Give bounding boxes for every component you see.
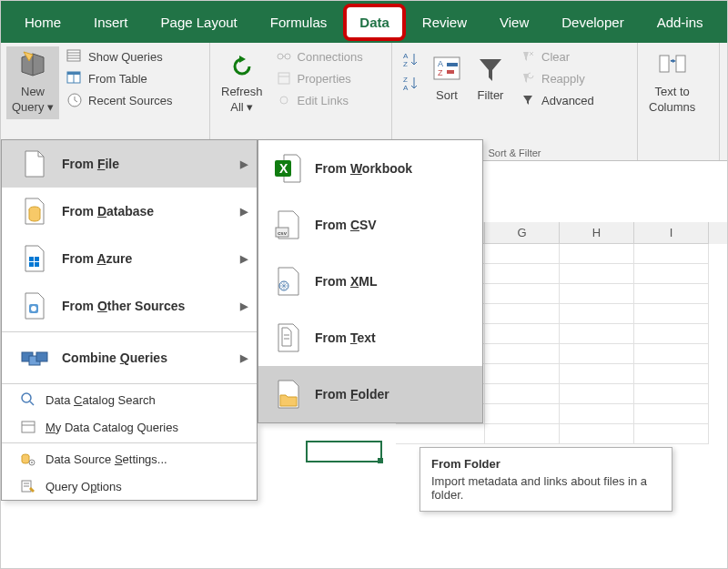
- filter-icon: [474, 54, 507, 86]
- menu-label: From Folder: [315, 387, 389, 401]
- connections-button[interactable]: Connections: [272, 46, 367, 66]
- submenu-from-csv[interactable]: csv From CSV: [258, 197, 482, 253]
- recent-sources-label: Recent Sources: [88, 94, 173, 107]
- tooltip-body: Import metadata and links about files in…: [431, 474, 661, 502]
- combine-queries-icon: [20, 343, 49, 372]
- tab-data[interactable]: Data: [343, 4, 406, 41]
- menu-data-catalog-search[interactable]: Data Catalog Search: [2, 386, 257, 413]
- dropdown-caret-icon: ▾: [47, 100, 54, 114]
- filter-button[interactable]: Filter: [469, 46, 512, 110]
- svg-text:A: A: [403, 52, 409, 60]
- folder-icon: [273, 379, 302, 410]
- edit-links-label: Edit Links: [298, 94, 349, 107]
- svg-rect-20: [447, 63, 458, 66]
- menu-label: Combine Queries: [62, 351, 167, 365]
- menu-label: From File: [62, 157, 119, 171]
- chevron-right-icon: ▶: [240, 300, 248, 312]
- menu-my-data-catalog-queries[interactable]: My Data Catalog Queries: [2, 413, 257, 441]
- menu-from-azure[interactable]: From Azure ▶: [2, 235, 257, 282]
- menu-label: From CSV: [315, 218, 377, 232]
- from-table-label: From Table: [88, 72, 147, 86]
- ribbon-tabs-bar: Home Insert Page Layout Formulas Data Re…: [1, 1, 727, 43]
- svg-rect-28: [35, 257, 39, 261]
- reapply-button: Reapply: [516, 68, 598, 88]
- menu-from-other-sources[interactable]: From Other Sources ▶: [2, 282, 257, 330]
- text-file-icon: [273, 322, 302, 353]
- tab-addins[interactable]: Add-ins: [641, 4, 720, 41]
- show-queries-label: Show Queries: [88, 50, 163, 64]
- submenu-from-text[interactable]: From Text: [258, 310, 482, 366]
- file-icon: [20, 149, 49, 178]
- sort-button[interactable]: AZ Sort: [425, 46, 469, 110]
- text-to-columns-icon: [656, 50, 689, 83]
- svg-rect-29: [29, 262, 34, 267]
- tab-view[interactable]: View: [483, 4, 545, 41]
- tooltip: From Folder Import metadata and links ab…: [420, 447, 672, 512]
- tab-home[interactable]: Home: [8, 4, 77, 41]
- svg-rect-30: [35, 262, 39, 267]
- menu-data-source-settings[interactable]: Data Source Settings...: [2, 445, 257, 472]
- submenu-from-folder[interactable]: From Folder: [258, 366, 482, 422]
- advanced-label: Advanced: [541, 94, 594, 107]
- selected-cell[interactable]: [307, 442, 381, 462]
- properties-label: Properties: [298, 72, 351, 86]
- catalog-queries-icon: [20, 419, 36, 435]
- new-query-menu: From File ▶ From Database ▶ From Azure ▶…: [1, 139, 258, 501]
- from-table-button[interactable]: From Table: [63, 68, 177, 88]
- text-to-columns-button[interactable]: Text to Columns: [643, 46, 701, 119]
- menu-label: From Database: [62, 204, 154, 218]
- advanced-icon: [520, 92, 536, 108]
- tab-page-layout[interactable]: Page Layout: [145, 4, 254, 41]
- column-header[interactable]: H: [560, 222, 634, 244]
- advanced-button[interactable]: Advanced: [516, 90, 598, 110]
- refresh-all-label: Refresh All ▾: [221, 85, 263, 116]
- svg-rect-27: [29, 257, 34, 261]
- sort-label: Sort: [436, 88, 458, 104]
- menu-label: From Azure: [62, 251, 132, 266]
- separator: [2, 442, 257, 443]
- separator: [2, 383, 257, 384]
- separator: [2, 331, 257, 332]
- submenu-from-xml[interactable]: From XML: [258, 253, 482, 310]
- sort-za-icon[interactable]: ZA: [401, 74, 421, 94]
- menu-label: From Text: [315, 330, 376, 345]
- menu-label: From Other Sources: [62, 299, 185, 313]
- menu-label: From Workbook: [315, 161, 412, 176]
- menu-from-file[interactable]: From File ▶: [2, 140, 257, 188]
- show-queries-button[interactable]: Show Queries: [63, 46, 177, 66]
- menu-label: From XML: [315, 274, 377, 289]
- sort-az-icon[interactable]: AZ: [401, 50, 421, 70]
- tab-formulas[interactable]: Formulas: [254, 4, 344, 41]
- options-icon: [20, 478, 36, 494]
- reapply-icon: [520, 70, 536, 86]
- menu-from-database[interactable]: From Database ▶: [2, 188, 257, 235]
- refresh-all-button[interactable]: Refresh All ▾: [216, 46, 268, 119]
- svg-rect-35: [36, 352, 47, 361]
- recent-sources-button[interactable]: Recent Sources: [63, 90, 177, 110]
- tab-insert[interactable]: Insert: [77, 4, 145, 41]
- submenu-from-workbook[interactable]: X From Workbook: [258, 140, 482, 197]
- svg-rect-11: [278, 73, 289, 84]
- svg-point-42: [31, 462, 33, 463]
- tab-developer[interactable]: Developer: [545, 4, 640, 41]
- svg-rect-25: [676, 56, 685, 72]
- menu-combine-queries[interactable]: Combine Queries ▶: [2, 334, 257, 381]
- chevron-right-icon: ▶: [240, 206, 248, 218]
- column-header[interactable]: G: [485, 222, 560, 244]
- filter-label: Filter: [478, 88, 504, 104]
- tab-review[interactable]: Review: [406, 4, 483, 41]
- recent-sources-icon: [66, 92, 83, 108]
- show-queries-icon: [66, 48, 83, 65]
- clear-label: Clear: [541, 50, 570, 64]
- sort-icon: AZ: [430, 54, 463, 86]
- svg-rect-24: [660, 56, 669, 72]
- menu-label: Data Catalog Search: [46, 393, 156, 407]
- column-header[interactable]: I: [634, 222, 709, 244]
- menu-label: Query Options: [46, 480, 122, 493]
- svg-text:X: X: [279, 161, 288, 176]
- text-to-columns-label: Text to Columns: [649, 85, 695, 116]
- menu-query-options[interactable]: Query Options: [2, 472, 257, 500]
- tooltip-title: From Folder: [431, 457, 661, 471]
- csv-icon: csv: [273, 209, 302, 240]
- new-query-button[interactable]: New Query ▾: [6, 46, 59, 119]
